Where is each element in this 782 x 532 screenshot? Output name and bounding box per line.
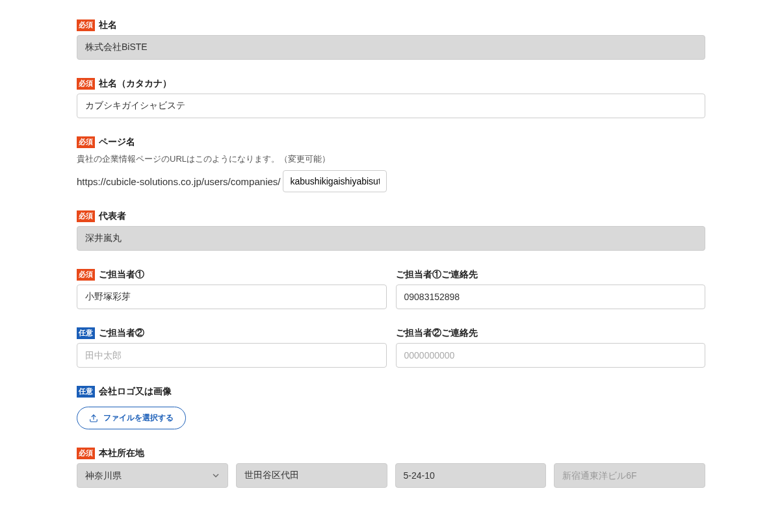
city-input[interactable]: [236, 463, 387, 488]
page-slug-input[interactable]: [283, 170, 387, 192]
company-name-group: 必須 社名: [77, 19, 705, 60]
company-name-kana-group: 必須 社名（カタカナ）: [77, 78, 705, 118]
optional-badge: 任意: [77, 327, 95, 338]
company-name-kana-label: 社名（カタカナ）: [99, 78, 172, 90]
building-input[interactable]: [554, 463, 705, 488]
optional-badge: 任意: [77, 386, 95, 397]
representative-input: [77, 226, 705, 251]
street-input[interactable]: [395, 463, 547, 488]
required-badge: 必須: [77, 269, 95, 280]
label-row: ご担当者①ご連絡先: [396, 269, 706, 281]
file-select-button[interactable]: ファイルを選択する: [77, 407, 186, 429]
required-badge: 必須: [77, 448, 95, 459]
label-row: 必須 社名: [77, 19, 705, 31]
label-row: 必須 ページ名: [77, 136, 705, 148]
label-row: 必須 本社所在地: [77, 448, 705, 459]
contact2-phone-label: ご担当者②ご連絡先: [396, 327, 478, 339]
address-group: 必須 本社所在地 神奈川県: [77, 448, 705, 488]
company-name-label: 社名: [99, 19, 117, 31]
contact2-group: 任意 ご担当者② ご担当者②ご連絡先: [77, 327, 705, 368]
page-name-help: 貴社の企業情報ページのURLはこのようになります。（変更可能）: [77, 153, 705, 165]
representative-group: 必須 代表者: [77, 210, 705, 251]
contact1-label: ご担当者①: [99, 269, 144, 281]
label-row: ご担当者②ご連絡先: [396, 327, 706, 339]
prefecture-select[interactable]: 神奈川県: [77, 463, 228, 488]
address-label: 本社所在地: [99, 448, 144, 459]
label-row: 必須 代表者: [77, 210, 705, 222]
label-row: 必須 ご担当者①: [77, 269, 387, 281]
contact2-label: ご担当者②: [99, 327, 144, 339]
label-row: 任意 ご担当者②: [77, 327, 387, 339]
contact1-name-input[interactable]: [77, 285, 387, 309]
contact1-phone-label: ご担当者①ご連絡先: [396, 269, 478, 281]
contact1-phone-input[interactable]: [396, 285, 706, 309]
representative-label: 代表者: [99, 210, 126, 222]
label-row: 必須 社名（カタカナ）: [77, 78, 705, 90]
page-name-group: 必須 ページ名 貴社の企業情報ページのURLはこのようになります。（変更可能） …: [77, 136, 705, 192]
company-name-kana-input[interactable]: [77, 94, 705, 118]
page-name-label: ページ名: [99, 136, 135, 148]
logo-group: 任意 会社ロゴ又は画像 ファイルを選択する: [77, 386, 705, 429]
file-button-label: ファイルを選択する: [103, 412, 174, 424]
url-prefix: https://cubicle-solutions.co.jp/users/co…: [77, 176, 280, 187]
company-name-input: [77, 35, 705, 60]
label-row: 任意 会社ロゴ又は画像: [77, 386, 705, 398]
required-badge: 必須: [77, 210, 95, 222]
contact2-name-input[interactable]: [77, 343, 387, 368]
required-badge: 必須: [77, 19, 95, 31]
contact1-group: 必須 ご担当者① ご担当者①ご連絡先: [77, 269, 705, 309]
upload-icon: [89, 414, 98, 423]
required-badge: 必須: [77, 136, 95, 147]
logo-label: 会社ロゴ又は画像: [99, 386, 172, 398]
required-badge: 必須: [77, 78, 95, 89]
url-row: https://cubicle-solutions.co.jp/users/co…: [77, 170, 705, 192]
contact2-phone-input[interactable]: [396, 343, 706, 368]
